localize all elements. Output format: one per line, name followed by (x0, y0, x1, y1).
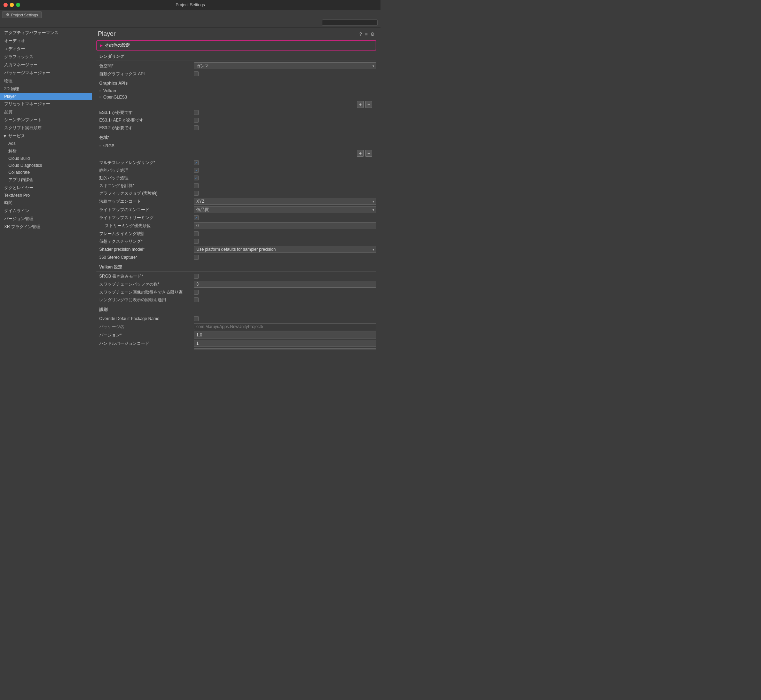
sidebar-item-version[interactable]: バージョン管理 (0, 215, 92, 223)
version-input[interactable] (194, 331, 376, 339)
min-api-dropdown-wrap: Android 4.4 'KitKat' (API level 19) ▾ (194, 348, 376, 350)
sidebar-item-xr[interactable]: XR プラグイン管理 (0, 223, 92, 231)
multithreaded-label: マルチスレッドレンダリング* (97, 160, 194, 166)
sidebar-item-editor[interactable]: エディター (0, 45, 92, 53)
es31aep-checkbox[interactable] (194, 118, 199, 123)
handle-icon-3: ≡ (99, 144, 101, 148)
es32-row: ES3.2 が必要です (97, 124, 376, 132)
sidebar-item-physics[interactable]: 物理 (0, 77, 92, 85)
help-button[interactable]: ? (359, 31, 362, 37)
sidebar-item-cloud-diagnostics[interactable]: Cloud Diagnostics (0, 162, 92, 169)
rotation-apply-checkbox[interactable] (194, 297, 199, 302)
sidebar-item-collaborate[interactable]: Collaborate (0, 169, 92, 176)
normal-map-row: 法線マップエンコード XYZ ▾ (97, 197, 376, 205)
swapchain-buffers-input[interactable] (194, 281, 376, 288)
sidebar-item-graphics[interactable]: グラフィックス (0, 53, 92, 61)
normal-map-dropdown[interactable]: XYZ (194, 198, 376, 205)
srgb-label: sRGB (103, 144, 115, 148)
min-api-row: 最低 API レベル Android 4.4 'KitKat' (API lev… (97, 348, 376, 350)
maximize-button[interactable] (16, 3, 20, 7)
add-color-button[interactable]: + (357, 150, 364, 157)
frame-timing-checkbox[interactable] (194, 231, 199, 236)
arrow-down-icon: ▼ (3, 134, 7, 139)
color-space-dropdown-wrap: ガンマ Linear ▾ (194, 62, 376, 69)
es31-row: ES3.1 が必要です (97, 109, 376, 116)
es32-checkbox[interactable] (194, 125, 199, 130)
swapchain-acquire-row: スワップチェーン画像の取得をできる限り遅 (97, 288, 376, 296)
sidebar-item-audio[interactable]: オーディオ (0, 37, 92, 45)
frame-timing-label: フレームタイミング統計 (97, 231, 194, 237)
multithreaded-row: マルチスレッドレンダリング* (97, 159, 376, 166)
sidebar-item-package[interactable]: パッケージマネージャー (0, 69, 92, 77)
bundle-version-input[interactable] (194, 340, 376, 347)
handle-icon: ≡ (99, 89, 101, 93)
content-area: Player ? ≡ ⚙ ▶ その他の設定 レンダリング 色空間* ガンマ (92, 28, 380, 350)
project-settings-tab[interactable]: ⚙ Project Settings (2, 11, 42, 18)
sidebar-item-script-order[interactable]: スクリプト実行順序 (0, 124, 92, 132)
search-input[interactable] (322, 19, 378, 26)
graphics-jobs-checkbox[interactable] (194, 191, 199, 196)
remove-api-button[interactable]: − (365, 101, 372, 108)
window-controls[interactable] (3, 3, 20, 7)
static-batch-checkbox[interactable] (194, 168, 199, 173)
close-button[interactable] (3, 3, 8, 7)
sidebar-services-header[interactable]: ▼ サービス (0, 132, 92, 140)
virtual-texturing-row: 仮想テクスチャリング* (97, 238, 376, 245)
sidebar-item-analytics[interactable]: 解析 (0, 147, 92, 155)
skinning-checkbox[interactable] (194, 183, 199, 188)
color-space-dropdown[interactable]: ガンマ Linear (194, 62, 376, 69)
sidebar-item-physics2d[interactable]: 2D 物理 (0, 85, 92, 93)
other-settings-header[interactable]: ▶ その他の設定 (97, 41, 376, 50)
streaming-priority-input[interactable] (194, 222, 376, 229)
package-name-input[interactable] (194, 323, 376, 330)
es31-label: ES3.1 が必要です (97, 110, 194, 116)
sidebar-item-tags[interactable]: タグとレイヤー (0, 184, 92, 192)
sidebar-item-input[interactable]: 入力マネージャー (0, 61, 92, 69)
normal-map-label: 法線マップエンコード (97, 198, 194, 205)
stereo-capture-checkbox[interactable] (194, 255, 199, 260)
shader-precision-dropdown[interactable]: Use platform defaults for sampler precis… (194, 246, 376, 253)
min-api-dropdown[interactable]: Android 4.4 'KitKat' (API level 19) (194, 348, 376, 350)
sidebar-item-cloud-build[interactable]: Cloud Build (0, 155, 92, 162)
lightmap-streaming-checkbox[interactable] (194, 215, 199, 220)
es31-checkbox[interactable] (194, 110, 199, 115)
static-batch-row: 静的バッチ処理 (97, 166, 376, 174)
streaming-priority-label: ストリーミング優先順位 (97, 223, 194, 229)
main-layout: アダプティブパフォーマンス オーディオ エディター グラフィックス 入力マネージ… (0, 28, 380, 350)
gear-settings-button[interactable]: ⚙ (370, 31, 375, 37)
sidebar-item-quality[interactable]: 品質 (0, 108, 92, 116)
override-package-checkbox[interactable] (194, 316, 199, 321)
handle-icon-2: ≡ (99, 95, 101, 99)
remove-color-button[interactable]: − (365, 150, 372, 157)
sidebar-item-player[interactable]: Player (0, 93, 92, 100)
sidebar-item-adaptive[interactable]: アダプティブパフォーマンス (0, 29, 92, 37)
sidebar-item-time[interactable]: 時間 (0, 199, 92, 207)
sidebar-item-scene-template[interactable]: シーンテンプレート (0, 116, 92, 124)
add-api-button[interactable]: + (357, 101, 364, 108)
srgb-api-row: ≡ sRGB (97, 143, 376, 149)
color-domain-section: 色域* ≡ sRGB + − (97, 133, 376, 158)
virtual-texturing-checkbox[interactable] (194, 239, 199, 244)
lightmap-encode-dropdown[interactable]: 低品質 (194, 206, 376, 213)
es32-value (194, 125, 376, 130)
srgb-write-checkbox[interactable] (194, 274, 199, 279)
dynamic-batch-checkbox[interactable] (194, 175, 199, 180)
color-space-label: 色空間* (97, 63, 194, 69)
settings-icon-button[interactable]: ≡ (365, 31, 368, 37)
swapchain-acquire-label: スワップチェーン画像の取得をできる限り遅 (97, 289, 194, 295)
sidebar-item-preset[interactable]: プリセットマネージャー (0, 100, 92, 108)
auto-graphics-label: 自動グラフィックス API (97, 71, 194, 77)
swapchain-acquire-checkbox[interactable] (194, 290, 199, 295)
sidebar-item-timeline[interactable]: タイムライン (0, 207, 92, 215)
sidebar-item-textmesh[interactable]: TextMesh Pro (0, 192, 92, 199)
identification-section: 識別 Override Default Package Name パッケージ名 … (97, 305, 376, 350)
multithreaded-checkbox[interactable] (194, 160, 199, 165)
normal-map-dropdown-wrap: XYZ ▾ (194, 198, 376, 205)
minimize-button[interactable] (10, 3, 14, 7)
auto-graphics-checkbox[interactable] (194, 71, 199, 76)
sidebar-item-ads[interactable]: Ads (0, 140, 92, 147)
rendering-rows-section: マルチスレッドレンダリング* 静的バッチ処理 動的バッチ処理 スキニングを計算*… (97, 159, 376, 261)
tab-bar: ⚙ Project Settings (0, 10, 380, 18)
es31-value (194, 110, 376, 115)
sidebar-item-iap[interactable]: アプリ内課金 (0, 176, 92, 184)
